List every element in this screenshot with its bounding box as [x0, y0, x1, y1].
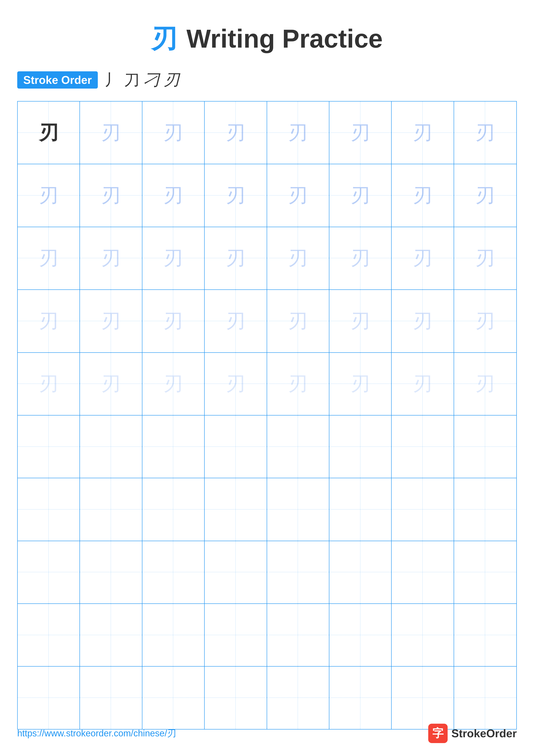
grid-row[interactable]: 刃刃刃刃刃刃刃刃: [18, 353, 516, 416]
practice-char: 刃: [39, 308, 58, 334]
grid-row[interactable]: [18, 478, 516, 541]
practice-char: 刃: [101, 308, 121, 334]
grid-cell[interactable]: 刃: [18, 227, 80, 289]
grid-cell[interactable]: 刃: [267, 290, 329, 352]
grid-cell[interactable]: 刃: [454, 164, 516, 227]
grid-cell[interactable]: 刃: [142, 101, 205, 164]
grid-cell[interactable]: 刃: [329, 164, 392, 227]
grid-cell[interactable]: [142, 416, 205, 478]
grid-row[interactable]: [18, 541, 516, 604]
grid-cell[interactable]: 刃: [142, 353, 205, 415]
grid-cell[interactable]: [205, 666, 267, 729]
grid-cell[interactable]: 刃: [80, 227, 142, 289]
grid-cell[interactable]: [205, 478, 267, 540]
grid-cell[interactable]: 刃: [80, 101, 142, 164]
grid-cell[interactable]: [392, 604, 454, 666]
grid-cell[interactable]: [18, 416, 80, 478]
grid-cell[interactable]: [454, 416, 516, 478]
grid-cell[interactable]: 刃: [454, 101, 516, 164]
grid-cell[interactable]: 刃: [18, 290, 80, 352]
grid-cell[interactable]: 刃: [267, 353, 329, 415]
practice-char: 刃: [288, 245, 308, 271]
grid-cell[interactable]: 刃: [454, 353, 516, 415]
grid-cell[interactable]: 刃: [454, 227, 516, 289]
grid-cell[interactable]: [205, 604, 267, 666]
grid-cell[interactable]: 刃: [205, 227, 267, 289]
grid-cell[interactable]: [142, 478, 205, 540]
grid-cell[interactable]: 刃: [18, 353, 80, 415]
grid-cell[interactable]: [454, 541, 516, 604]
grid-cell[interactable]: [392, 416, 454, 478]
grid-cell[interactable]: 刃: [454, 290, 516, 352]
practice-char: 刃: [164, 245, 183, 271]
practice-char: 刃: [101, 371, 121, 397]
grid-cell[interactable]: [392, 666, 454, 729]
grid-cell[interactable]: 刃: [267, 227, 329, 289]
grid-row[interactable]: 刃刃刃刃刃刃刃刃: [18, 290, 516, 353]
grid-row[interactable]: 刃刃刃刃刃刃刃刃: [18, 101, 516, 164]
grid-row[interactable]: [18, 666, 516, 729]
grid-cell[interactable]: 刃: [392, 290, 454, 352]
grid-row[interactable]: 刃刃刃刃刃刃刃刃: [18, 164, 516, 227]
practice-char: 刃: [101, 120, 121, 146]
grid-cell[interactable]: 刃: [392, 164, 454, 227]
grid-cell[interactable]: [18, 666, 80, 729]
grid-cell[interactable]: [329, 666, 392, 729]
grid-cell[interactable]: [392, 478, 454, 540]
grid-cell[interactable]: [80, 416, 142, 478]
grid-cell[interactable]: [142, 604, 205, 666]
grid-cell[interactable]: 刃: [329, 101, 392, 164]
grid-cell[interactable]: [80, 666, 142, 729]
grid-cell[interactable]: [142, 541, 205, 604]
grid-cell[interactable]: [18, 478, 80, 540]
grid-cell[interactable]: [329, 416, 392, 478]
stroke-char-4: 刃: [164, 69, 179, 90]
grid-cell[interactable]: [392, 541, 454, 604]
practice-char: 刃: [39, 371, 58, 397]
practice-char: 刃: [288, 371, 308, 397]
grid-cell[interactable]: 刃: [392, 353, 454, 415]
grid-cell[interactable]: 刃: [267, 164, 329, 227]
grid-cell[interactable]: 刃: [205, 164, 267, 227]
grid-cell[interactable]: [18, 541, 80, 604]
grid-cell[interactable]: [80, 604, 142, 666]
grid-row[interactable]: [18, 604, 516, 666]
grid-cell[interactable]: [454, 478, 516, 540]
grid-cell[interactable]: 刃: [142, 227, 205, 289]
grid-cell[interactable]: [454, 666, 516, 729]
grid-cell[interactable]: 刃: [80, 164, 142, 227]
grid-cell[interactable]: [142, 666, 205, 729]
grid-cell[interactable]: [267, 666, 329, 729]
grid-cell[interactable]: 刃: [18, 164, 80, 227]
grid-cell[interactable]: 刃: [205, 101, 267, 164]
grid-cell[interactable]: [80, 478, 142, 540]
grid-cell[interactable]: 刃: [392, 227, 454, 289]
grid-cell[interactable]: [454, 604, 516, 666]
grid-row[interactable]: [18, 416, 516, 478]
grid-cell[interactable]: [329, 478, 392, 540]
grid-cell[interactable]: [205, 541, 267, 604]
grid-cell[interactable]: [329, 604, 392, 666]
grid-row[interactable]: 刃刃刃刃刃刃刃刃: [18, 227, 516, 290]
grid-cell[interactable]: [267, 541, 329, 604]
grid-cell[interactable]: [205, 416, 267, 478]
grid-cell[interactable]: 刃: [142, 290, 205, 352]
grid-cell[interactable]: 刃: [18, 101, 80, 164]
grid-cell[interactable]: [80, 541, 142, 604]
grid-cell[interactable]: 刃: [80, 290, 142, 352]
grid-cell[interactable]: [267, 416, 329, 478]
grid-cell[interactable]: 刃: [205, 290, 267, 352]
grid-cell[interactable]: [329, 541, 392, 604]
grid-cell[interactable]: [267, 604, 329, 666]
grid-cell[interactable]: 刃: [80, 353, 142, 415]
grid-cell[interactable]: 刃: [329, 353, 392, 415]
grid-cell[interactable]: [267, 478, 329, 540]
grid-cell[interactable]: 刃: [392, 101, 454, 164]
grid-cell[interactable]: 刃: [267, 101, 329, 164]
grid-cell[interactable]: 刃: [329, 290, 392, 352]
grid-cell[interactable]: 刃: [142, 164, 205, 227]
grid-cell[interactable]: 刃: [329, 227, 392, 289]
grid-cell[interactable]: 刃: [205, 353, 267, 415]
grid-cell[interactable]: [18, 604, 80, 666]
brand-name: StrokeOrder: [451, 727, 517, 740]
